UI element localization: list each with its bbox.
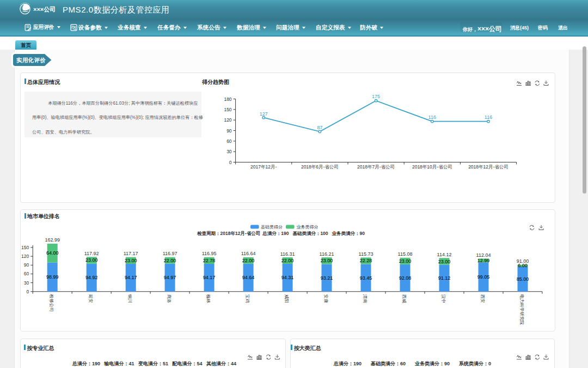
svg-text:30: 30 bbox=[24, 280, 29, 286]
svg-text:2018年10月-省公司: 2018年10月-省公司 bbox=[412, 164, 452, 170]
svg-text:23.00: 23.00 bbox=[125, 258, 137, 263]
svg-text:90: 90 bbox=[24, 262, 29, 268]
svg-text:23.00: 23.00 bbox=[85, 257, 98, 263]
svg-text:116.21: 116.21 bbox=[320, 251, 334, 257]
svg-text:电力科学研究院: 电力科学研究院 bbox=[519, 294, 524, 325]
svg-text:23.00: 23.00 bbox=[399, 258, 412, 264]
svg-text:112.04: 112.04 bbox=[476, 252, 491, 258]
svg-text:116.97: 116.97 bbox=[163, 251, 177, 256]
svg-text:安康: 安康 bbox=[323, 294, 328, 303]
svg-text:94.97: 94.97 bbox=[164, 275, 176, 280]
svg-text:铜川: 铜川 bbox=[127, 294, 132, 303]
svg-text:渭南: 渭南 bbox=[363, 294, 367, 304]
svg-text:22.00: 22.00 bbox=[164, 258, 176, 263]
svg-text:94.31: 94.31 bbox=[281, 275, 294, 280]
svg-text:6.00: 6.00 bbox=[518, 263, 528, 268]
svg-text:180: 180 bbox=[224, 96, 231, 102]
svg-text:商洛: 商洛 bbox=[167, 294, 171, 303]
svg-text:150: 150 bbox=[21, 245, 29, 250]
svg-text:115.73: 115.73 bbox=[359, 251, 373, 257]
svg-text:116: 116 bbox=[485, 114, 492, 120]
svg-text:0: 0 bbox=[229, 160, 232, 165]
svg-text:117.92: 117.92 bbox=[84, 251, 99, 256]
svg-text:92.08: 92.08 bbox=[399, 275, 412, 281]
svg-text:116.95: 116.95 bbox=[202, 251, 217, 256]
svg-text:汉中: 汉中 bbox=[441, 294, 446, 303]
svg-text:150: 150 bbox=[224, 107, 231, 112]
svg-text:宝鸡: 宝鸡 bbox=[245, 294, 250, 303]
svg-text:94.92: 94.92 bbox=[85, 275, 98, 280]
svg-text:西安: 西安 bbox=[480, 294, 485, 303]
svg-text:120: 120 bbox=[21, 254, 29, 259]
svg-text:90: 90 bbox=[226, 128, 232, 134]
svg-text:22.00: 22.00 bbox=[242, 258, 255, 263]
svg-text:162.99: 162.99 bbox=[45, 237, 60, 243]
svg-text:60: 60 bbox=[226, 138, 232, 144]
svg-text:2017年12月-: 2017年12月- bbox=[250, 164, 277, 170]
svg-text:2018年7月-省公司: 2018年7月-省公司 bbox=[357, 164, 395, 170]
svg-text:93.45: 93.45 bbox=[360, 275, 372, 281]
svg-text:93.21: 93.21 bbox=[321, 275, 333, 281]
svg-text:22.28: 22.28 bbox=[360, 258, 372, 263]
svg-text:2018年6月-省公司: 2018年6月-省公司 bbox=[301, 164, 339, 170]
svg-text:西咸: 西咸 bbox=[402, 294, 407, 303]
svg-text:85.00: 85.00 bbox=[517, 276, 529, 282]
svg-text:116.64: 116.64 bbox=[241, 251, 256, 256]
svg-text:榆林: 榆林 bbox=[206, 294, 211, 303]
svg-text:咸阳: 咸阳 bbox=[284, 294, 289, 303]
svg-text:延安: 延安 bbox=[88, 294, 93, 303]
svg-text:99.05: 99.05 bbox=[477, 274, 490, 280]
svg-text:120: 120 bbox=[224, 117, 231, 123]
svg-text:175: 175 bbox=[372, 94, 380, 99]
svg-text:基础类得分: 基础类得分 bbox=[261, 225, 283, 230]
svg-text:23.00: 23.00 bbox=[321, 258, 333, 263]
svg-text:115.08: 115.08 bbox=[398, 251, 413, 257]
svg-text:业务类得分: 业务类得分 bbox=[297, 225, 318, 230]
svg-text:117.17: 117.17 bbox=[124, 251, 138, 256]
svg-text:94.17: 94.17 bbox=[203, 275, 216, 280]
svg-text:2018年12月-省公司: 2018年12月-省公司 bbox=[468, 164, 509, 170]
svg-text:116.31: 116.31 bbox=[280, 251, 295, 257]
svg-text:127: 127 bbox=[260, 111, 268, 117]
svg-text:98.99: 98.99 bbox=[46, 274, 59, 280]
svg-text:23.00: 23.00 bbox=[438, 259, 451, 264]
svg-text:114.12: 114.12 bbox=[437, 252, 452, 257]
svg-text:116: 116 bbox=[428, 114, 436, 120]
svg-text:22.00: 22.00 bbox=[281, 258, 294, 263]
svg-text:30: 30 bbox=[226, 149, 232, 154]
svg-text:22.78: 22.78 bbox=[203, 258, 216, 263]
svg-text:87: 87 bbox=[317, 125, 322, 130]
svg-text:12.99: 12.99 bbox=[477, 258, 490, 263]
svg-text:60: 60 bbox=[24, 271, 29, 276]
svg-text:91.12: 91.12 bbox=[438, 275, 451, 281]
svg-text:0: 0 bbox=[26, 289, 29, 294]
svg-text:94.64: 94.64 bbox=[242, 275, 255, 280]
svg-text:94.17: 94.17 bbox=[125, 275, 137, 280]
svg-text:检修公司: 检修公司 bbox=[49, 294, 54, 312]
svg-text:64.00: 64.00 bbox=[46, 250, 59, 256]
